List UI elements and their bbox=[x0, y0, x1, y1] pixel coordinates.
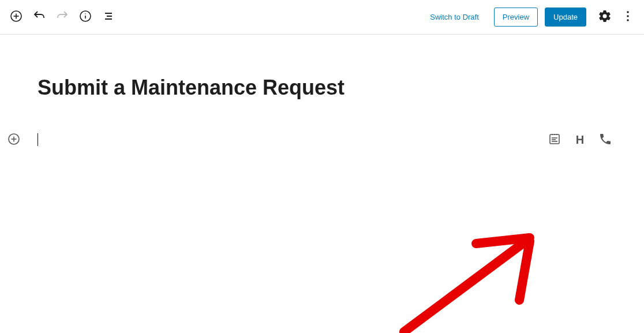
info-icon bbox=[78, 9, 92, 25]
form-icon bbox=[548, 132, 561, 148]
plus-circle-icon bbox=[7, 132, 21, 148]
more-vertical-icon bbox=[621, 9, 635, 25]
outline-icon bbox=[102, 9, 115, 25]
content-structure-button[interactable] bbox=[75, 7, 96, 28]
update-button[interactable]: Update bbox=[545, 8, 586, 27]
text-caret[interactable] bbox=[38, 133, 38, 146]
svg-point-11 bbox=[627, 19, 629, 21]
svg-point-9 bbox=[627, 11, 629, 13]
form-block-suggestion[interactable] bbox=[546, 131, 563, 148]
plus-circle-icon bbox=[9, 9, 23, 25]
redo-button[interactable] bbox=[52, 7, 73, 28]
preview-button[interactable]: Preview bbox=[494, 8, 538, 27]
editor-canvas: Submit a Maintenance Request H bbox=[0, 75, 644, 333]
undo-icon bbox=[32, 9, 46, 25]
heading-block-suggestion[interactable]: H bbox=[571, 131, 589, 148]
add-block-button[interactable] bbox=[6, 7, 27, 28]
undo-button[interactable] bbox=[29, 7, 50, 28]
empty-block-row: H bbox=[0, 133, 644, 146]
inline-add-block-button[interactable] bbox=[7, 133, 21, 147]
phone-icon bbox=[598, 132, 612, 148]
block-suggestions: H bbox=[546, 131, 614, 148]
toolbar-left bbox=[6, 7, 119, 28]
svg-rect-15 bbox=[550, 134, 559, 144]
annotation-arrow bbox=[375, 219, 548, 333]
phone-block-suggestion[interactable] bbox=[597, 131, 614, 148]
block-navigation-button[interactable] bbox=[98, 7, 119, 28]
switch-to-draft-button[interactable]: Switch to Draft bbox=[422, 8, 487, 26]
svg-point-10 bbox=[627, 15, 629, 17]
heading-icon: H bbox=[576, 133, 584, 147]
settings-button[interactable] bbox=[594, 7, 615, 28]
gear-icon bbox=[598, 9, 612, 25]
page-title[interactable]: Submit a Maintenance Request bbox=[38, 75, 644, 100]
more-options-button[interactable] bbox=[617, 7, 638, 28]
svg-point-5 bbox=[85, 13, 86, 14]
toolbar-right: Switch to Draft Preview Update bbox=[422, 7, 638, 28]
redo-icon bbox=[55, 9, 69, 25]
top-toolbar: Switch to Draft Preview Update bbox=[0, 0, 644, 35]
